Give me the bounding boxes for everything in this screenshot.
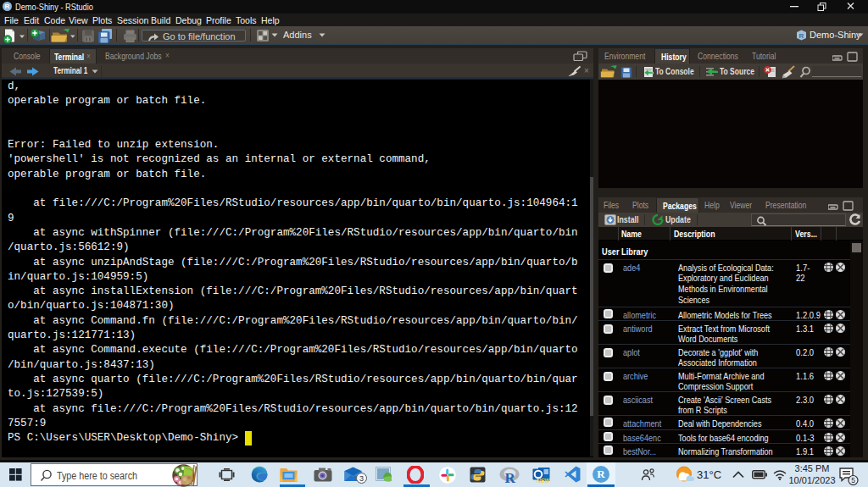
svg-text:R: R	[505, 470, 516, 484]
svg-text:3: 3	[359, 474, 364, 483]
svg-text:5: 5	[851, 476, 855, 484]
svg-text:R: R	[799, 31, 804, 39]
svg-text:NEW: NEW	[537, 478, 550, 484]
